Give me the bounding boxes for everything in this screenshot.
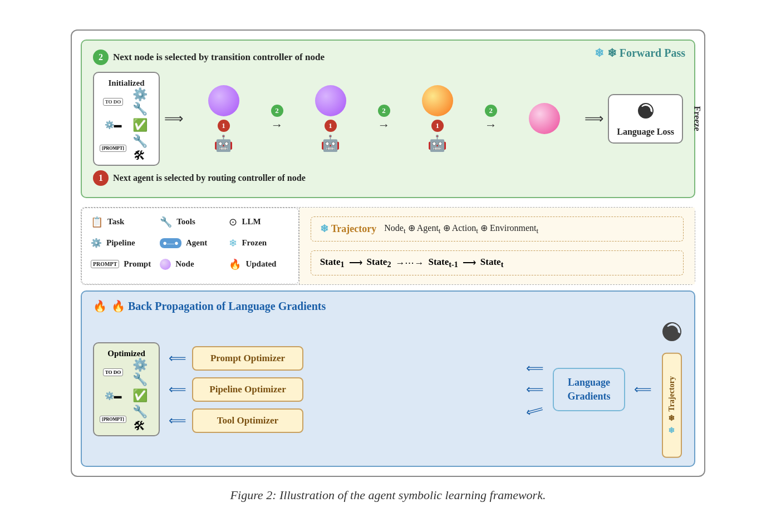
- lang-grad-label1: Language: [568, 377, 610, 388]
- node-2-circle: [315, 85, 346, 116]
- forward-pass-title: ❄ ❄ Forward Pass: [595, 46, 685, 60]
- node-2-group: 1 🤖: [315, 85, 346, 152]
- page-container: ❄ ❄ Forward Pass 2 Next node is selected…: [54, 13, 722, 519]
- legend-frozen-label: Frozen: [242, 238, 267, 248]
- pipeline-opt-icon: ⚙️▬: [102, 385, 124, 406]
- circle-2-arrow1: 2: [271, 105, 283, 117]
- node-1-group: 1 🤖: [208, 85, 239, 152]
- circle-1-bottom: 1: [93, 170, 109, 186]
- trajectory-snowflake: ❄: [320, 223, 328, 235]
- legend-llm: ⊙ LLM: [229, 216, 289, 228]
- prompt-icon-legend: PROMPT: [91, 260, 119, 268]
- legend-pipeline: ⚙️ Pipeline: [91, 237, 151, 249]
- legend-node-label: Node: [175, 259, 194, 269]
- circle-2-arrow3: 2: [485, 105, 497, 117]
- arrow-from-lg-3: ⟸: [524, 401, 546, 420]
- optimized-icon-grid: TO DO ⚙️🔧 ⚙️▬ ✅ [PROMPT] 🔧🛠: [101, 362, 152, 430]
- pipeline-icon: ⚙️: [91, 238, 102, 248]
- llm-icon: ⊙: [229, 216, 237, 228]
- circle-2-arrow2: 2: [378, 105, 390, 117]
- lang-grad-box: Language Gradients: [553, 368, 625, 411]
- arrow-1: ⟶: [349, 257, 362, 269]
- language-loss-box: Language Loss: [608, 94, 683, 144]
- node-4-circle: [529, 103, 560, 134]
- node-icon-legend: [160, 259, 171, 270]
- legend-pipeline-label: Pipeline: [106, 238, 135, 248]
- legend-tools: 🔧 Tools: [160, 216, 220, 228]
- legend-agent: ●—● Agent: [160, 237, 220, 249]
- forward-pass-section: ❄ ❄ Forward Pass 2 Next node is selected…: [81, 40, 695, 198]
- figure-caption: Figure 2: Illustration of the agent symb…: [71, 488, 705, 503]
- language-loss-text: Language Loss: [617, 127, 674, 137]
- circle-2-top: 2: [93, 50, 109, 65]
- triple-arrow-init: ⟹: [160, 111, 188, 126]
- lang-grad-label2: Gradients: [567, 391, 610, 402]
- arrow-final: ⟶: [463, 257, 476, 269]
- trajectory-formula: Nodet ⊕ Agentt ⊕ Actiont ⊕ Environmentt: [384, 223, 538, 235]
- state-t-1: Statet-1: [428, 257, 458, 269]
- trajectory-label-text: Trajectory: [331, 223, 377, 235]
- bottom-label-text: Next agent is selected by routing contro…: [113, 173, 306, 183]
- legend-agent-label: Agent: [186, 238, 207, 248]
- openai-bottom-icon: [661, 321, 683, 347]
- tools-icon-init: ⚙️🔧: [129, 91, 150, 112]
- figure-caption-text: Figure 2: Illustration of the agent symb…: [230, 488, 546, 502]
- arrow-from-lg-2: ⟸: [526, 382, 544, 397]
- triple-arrow-loss: ⟹: [580, 111, 608, 126]
- backprop-content: Optimized TO DO ⚙️🔧 ⚙️▬ ✅ [PROMPT] 🔧🛠: [93, 321, 683, 458]
- prompt-opt-icon: [PROMPT]: [102, 408, 124, 430]
- pipeline-icon-init: ⚙️▬: [102, 115, 124, 136]
- arrow-traj-lg: ⟸: [634, 382, 652, 397]
- state-t: Statet: [480, 257, 504, 269]
- legend-frozen: ❄ Frozen: [229, 237, 289, 249]
- legend-llm-label: LLM: [242, 217, 261, 226]
- traj-side-snowflake: ❄: [667, 426, 676, 435]
- legend-prompt: PROMPT Prompt: [91, 258, 151, 270]
- pipeline-optimizer-row: ⟸ Pipeline Optimizer: [169, 377, 517, 402]
- check-icon-init: ✅: [129, 115, 150, 136]
- arrow-2-1: 2 →: [269, 105, 286, 132]
- trajectory-side-box: ❄ ❄ Trajectory: [662, 353, 682, 458]
- state-2: State2: [367, 257, 391, 269]
- backprop-title-text: 🔥 Back Propagation of Language Gradients: [111, 299, 326, 313]
- prompt-optimizer-box: Prompt Optimizer: [192, 346, 303, 371]
- arrow-2-2: 2 →: [376, 105, 392, 132]
- tools-icon: 🔧: [160, 216, 172, 228]
- fire-icon-title: 🔥: [93, 299, 107, 313]
- trajectory-label: ❄ Trajectory: [320, 223, 377, 235]
- circle-1-node2: 1: [325, 120, 337, 132]
- state-1: State1: [320, 257, 345, 269]
- right-arrow-1: →: [271, 118, 283, 132]
- middle-section: 📋 Task 🔧 Tools ⊙ LLM ⚙️ Pipeline: [81, 207, 695, 285]
- nodes-flow: 1 🤖 2 → 1: [188, 85, 580, 152]
- legend-task-label: Task: [107, 217, 124, 226]
- initialized-title: Initialized: [101, 78, 152, 88]
- optimized-box: Optimized TO DO ⚙️🔧 ⚙️▬ ✅ [PROMPT] 🔧🛠: [93, 342, 160, 436]
- backprop-section: 🔥 🔥 Back Propagation of Language Gradien…: [81, 290, 695, 467]
- freeze-label: Freeze: [692, 106, 702, 131]
- check-opt-icon: ✅: [129, 385, 150, 406]
- updated-icon: 🔥: [229, 258, 241, 270]
- agent-1-icon: 🤖: [214, 134, 233, 152]
- icon-grid: TO DO ⚙️🔧 ⚙️▬ ✅ [PROMPT] 🔧🛠: [101, 91, 152, 159]
- legend-grid: 📋 Task 🔧 Tools ⊙ LLM ⚙️ Pipeline: [91, 216, 289, 275]
- forward-flow: Initialized TO DO ⚙️🔧 ⚙️▬ ✅ [PROMPT] �: [93, 72, 683, 166]
- circle-1-node1: 1: [218, 120, 230, 132]
- legend-updated-label: Updated: [245, 259, 276, 269]
- task-icon: 📋: [91, 216, 103, 228]
- bottom-label: 1 Next agent is selected by routing cont…: [93, 170, 683, 186]
- node-1-circle: [208, 85, 239, 116]
- frozen-icon: ❄: [229, 237, 237, 249]
- tool-optimizer-row: ⟸ Tool Optimizer: [169, 408, 517, 433]
- initialized-box: Initialized TO DO ⚙️🔧 ⚙️▬ ✅ [PROMPT] �: [93, 72, 160, 166]
- freeze-text: Freeze: [692, 106, 702, 131]
- todo-opt-icon: TO DO: [102, 362, 124, 383]
- legend-box: 📋 Task 🔧 Tools ⊙ LLM ⚙️ Pipeline: [81, 208, 299, 285]
- optimized-title: Optimized: [101, 349, 152, 358]
- arrow-pipeline: ⟸: [169, 382, 186, 397]
- right-arrow-2: →: [378, 118, 390, 132]
- agent-2-icon: 🤖: [321, 134, 340, 152]
- forward-pass-wrapper: ❄ ❄ Forward Pass 2 Next node is selected…: [72, 40, 704, 198]
- agent-toggle-icon: ●—●: [160, 238, 181, 248]
- lang-grad-arrows: ⟸ ⟸ ⟸: [526, 361, 544, 418]
